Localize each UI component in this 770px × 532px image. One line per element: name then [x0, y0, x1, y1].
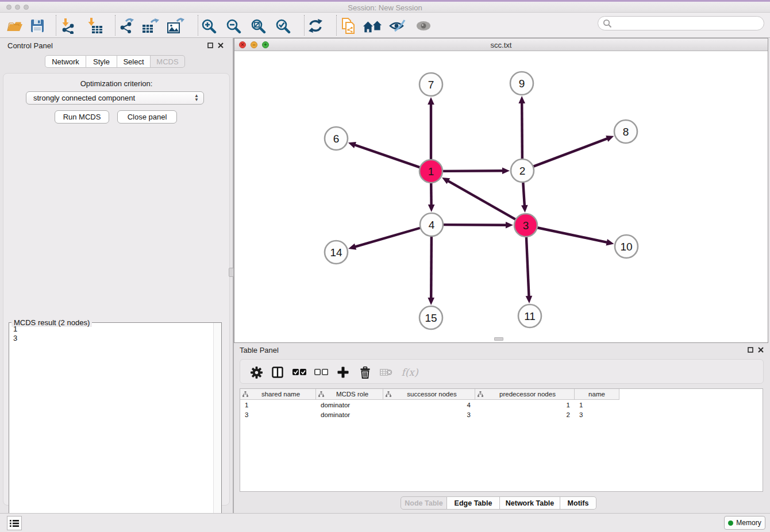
close-table-panel-icon[interactable]: [757, 346, 764, 353]
control-panel-header: Control Panel: [0, 38, 233, 53]
close-panel-button[interactable]: Close panel: [117, 110, 177, 124]
graph-edge-3-10[interactable]: [536, 228, 608, 242]
node-table: shared nameMCDS rolesuccessor nodesprede…: [240, 388, 763, 492]
gear-icon[interactable]: [248, 364, 265, 381]
import-table-icon[interactable]: [85, 17, 105, 34]
control-panel-tab-style[interactable]: Style: [86, 55, 117, 68]
column-header-MCDS-role[interactable]: MCDS role: [316, 389, 383, 399]
table-cell: 3: [383, 410, 475, 420]
graph-node-label: 3: [523, 219, 529, 232]
graph-node-label: 9: [519, 78, 525, 90]
table-tab-network-table[interactable]: Network Table: [500, 496, 560, 510]
app-window: Session: New Session: [0, 0, 770, 532]
graph-edge-1-6[interactable]: [354, 145, 421, 168]
import-network-icon[interactable]: [58, 17, 78, 34]
export-table-icon[interactable]: [141, 17, 160, 34]
add-icon[interactable]: [334, 364, 352, 381]
table-header-row: shared nameMCDS rolesuccessor nodesprede…: [240, 389, 619, 400]
graph-edge-4-3[interactable]: [442, 225, 507, 225]
graph-edge-arrow: [428, 205, 435, 212]
graph-edge-4-15[interactable]: [431, 235, 432, 299]
graph-node-label: 15: [425, 312, 437, 324]
graph-edge-4-14[interactable]: [355, 228, 422, 247]
graph-edge-arrow: [506, 222, 513, 229]
save-session-icon[interactable]: [28, 17, 47, 34]
list-icon: [10, 519, 19, 527]
table-cell: 1: [240, 400, 316, 410]
memory-label: Memory: [736, 519, 761, 527]
graph-edge-2-8[interactable]: [532, 138, 608, 167]
network-canvas[interactable]: 1234678910111415: [234, 51, 768, 342]
search-box: [598, 16, 764, 30]
search-input[interactable]: [615, 18, 759, 28]
hide-graphics-details-icon[interactable]: [388, 17, 407, 34]
clone-network-icon[interactable]: [338, 17, 358, 34]
table-row[interactable]: 1dominator411: [240, 400, 619, 410]
mcds-result-box: MCDS result (2 nodes) 13: [9, 322, 222, 532]
toolbar-separator: [56, 15, 56, 36]
mcds-result-item[interactable]: 1: [9, 324, 213, 333]
task-history-button[interactable]: [7, 516, 22, 530]
control-panel-tab-network[interactable]: Network: [45, 55, 86, 68]
zoom-selected-icon[interactable]: [273, 17, 292, 34]
columns-icon[interactable]: [269, 364, 286, 381]
memory-button[interactable]: Memory: [724, 516, 765, 530]
graph-edge-1-2[interactable]: [441, 171, 503, 171]
graph-edge-3-1[interactable]: [448, 180, 517, 220]
column-header-name[interactable]: name: [575, 389, 619, 399]
zoom-out-icon[interactable]: [224, 17, 243, 34]
attribute-tree-icon: [242, 391, 248, 397]
table-cell: 2: [475, 410, 575, 420]
search-icon: [603, 19, 612, 28]
graph-node-label: 4: [429, 219, 435, 231]
column-header-shared-name[interactable]: shared name: [240, 389, 316, 399]
column-header-predecessor-nodes[interactable]: predecessor nodes: [475, 389, 575, 399]
graph-edge-arrow: [518, 96, 525, 103]
home-icon[interactable]: [363, 17, 382, 34]
graph-edge-2-3[interactable]: [523, 181, 525, 206]
function-builder-icon[interactable]: f(x): [399, 364, 421, 381]
export-image-icon[interactable]: [166, 17, 186, 34]
network-window-title: scc.txt: [234, 41, 768, 49]
delete-table-icon[interactable]: [378, 364, 395, 381]
vertical-splitter-grip[interactable]: [229, 268, 234, 277]
network-window: ✕ − + scc.txt 1234678910111415: [234, 38, 768, 343]
graph-edge-2-9[interactable]: [522, 102, 522, 160]
select-stepper-icon: ▲▼: [194, 94, 199, 102]
column-header-successor-nodes[interactable]: successor nodes: [383, 389, 475, 399]
zoom-in-icon[interactable]: [199, 17, 218, 34]
table-tab-edge-table[interactable]: Edge Table: [447, 496, 500, 510]
run-mcds-button[interactable]: Run MCDS: [55, 110, 109, 124]
titlebar: Session: New Session: [0, 2, 770, 13]
export-network-icon[interactable]: [117, 17, 136, 34]
graph-edge-3-11[interactable]: [526, 236, 529, 297]
result-scrollbar[interactable]: [213, 323, 221, 532]
graph-edge-arrow: [348, 244, 356, 250]
table-row[interactable]: 3dominator323: [240, 410, 619, 420]
float-table-panel-icon[interactable]: [747, 346, 754, 353]
zoom-fit-icon[interactable]: [248, 17, 268, 34]
criterion-select-value: strongly connected component: [33, 94, 135, 102]
table-tab-node-table[interactable]: Node Table: [401, 496, 447, 510]
table-panel-title: Table Panel: [240, 346, 279, 354]
control-panel-tab-mcds[interactable]: MCDS: [151, 55, 185, 68]
horizontal-splitter-grip[interactable]: [494, 337, 503, 341]
control-panel-tab-select[interactable]: Select: [117, 55, 151, 68]
toolbar-separator: [304, 15, 305, 36]
table-cell: 1: [575, 400, 619, 410]
open-session-icon[interactable]: [5, 17, 24, 34]
graph-node-label: 6: [333, 133, 340, 145]
refresh-icon[interactable]: [306, 17, 325, 34]
table-tab-motifs[interactable]: Motifs: [560, 496, 596, 510]
close-panel-icon[interactable]: [217, 42, 224, 49]
delete-icon[interactable]: [356, 364, 374, 381]
toolbar-separator: [115, 15, 116, 36]
float-panel-icon[interactable]: [207, 42, 214, 49]
deselect-all-icon[interactable]: [313, 364, 330, 381]
mcds-panel: Optimization criterion: strongly connect…: [3, 73, 230, 506]
criterion-select[interactable]: strongly connected component ▲▼: [26, 91, 204, 105]
select-all-icon[interactable]: [291, 364, 308, 381]
show-graphics-details-icon[interactable]: [414, 17, 433, 34]
mcds-result-item[interactable]: 3: [9, 333, 213, 342]
mcds-result-list[interactable]: 13: [9, 324, 213, 532]
